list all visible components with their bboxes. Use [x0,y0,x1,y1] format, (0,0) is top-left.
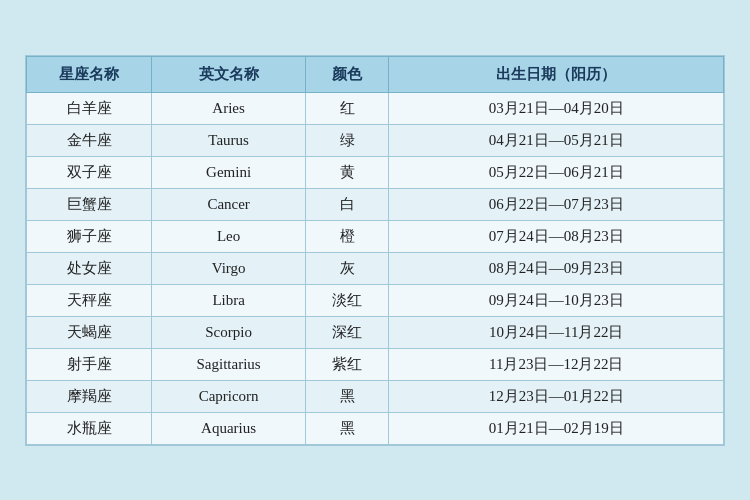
table-body: 白羊座Aries红03月21日—04月20日金牛座Taurus绿04月21日—0… [27,92,724,444]
cell-color: 红 [305,92,389,124]
cell-color: 橙 [305,220,389,252]
cell-chinese-name: 射手座 [27,348,152,380]
table-row: 双子座Gemini黄05月22日—06月21日 [27,156,724,188]
table-row: 金牛座Taurus绿04月21日—05月21日 [27,124,724,156]
cell-english-name: Gemini [152,156,305,188]
cell-color: 黑 [305,412,389,444]
table-row: 摩羯座Capricorn黑12月23日—01月22日 [27,380,724,412]
cell-chinese-name: 双子座 [27,156,152,188]
cell-date: 07月24日—08月23日 [389,220,724,252]
cell-english-name: Sagittarius [152,348,305,380]
cell-date: 03月21日—04月20日 [389,92,724,124]
cell-english-name: Taurus [152,124,305,156]
cell-english-name: Scorpio [152,316,305,348]
cell-english-name: Leo [152,220,305,252]
cell-english-name: Virgo [152,252,305,284]
zodiac-table: 星座名称 英文名称 颜色 出生日期（阳历） 白羊座Aries红03月21日—04… [26,56,724,445]
cell-date: 01月21日—02月19日 [389,412,724,444]
cell-english-name: Libra [152,284,305,316]
cell-color: 黑 [305,380,389,412]
cell-chinese-name: 处女座 [27,252,152,284]
cell-english-name: Aquarius [152,412,305,444]
table-row: 狮子座Leo橙07月24日—08月23日 [27,220,724,252]
cell-chinese-name: 白羊座 [27,92,152,124]
cell-chinese-name: 摩羯座 [27,380,152,412]
cell-chinese-name: 巨蟹座 [27,188,152,220]
cell-date: 06月22日—07月23日 [389,188,724,220]
cell-english-name: Cancer [152,188,305,220]
cell-chinese-name: 天秤座 [27,284,152,316]
table-row: 处女座Virgo灰08月24日—09月23日 [27,252,724,284]
cell-date: 10月24日—11月22日 [389,316,724,348]
table-row: 白羊座Aries红03月21日—04月20日 [27,92,724,124]
cell-color: 深红 [305,316,389,348]
cell-date: 12月23日—01月22日 [389,380,724,412]
cell-color: 白 [305,188,389,220]
cell-english-name: Aries [152,92,305,124]
cell-english-name: Capricorn [152,380,305,412]
table-row: 天秤座Libra淡红09月24日—10月23日 [27,284,724,316]
table-row: 巨蟹座Cancer白06月22日—07月23日 [27,188,724,220]
cell-color: 淡红 [305,284,389,316]
header-chinese-name: 星座名称 [27,56,152,92]
table-header-row: 星座名称 英文名称 颜色 出生日期（阳历） [27,56,724,92]
cell-date: 11月23日—12月22日 [389,348,724,380]
zodiac-table-container: 星座名称 英文名称 颜色 出生日期（阳历） 白羊座Aries红03月21日—04… [25,55,725,446]
cell-chinese-name: 水瓶座 [27,412,152,444]
table-row: 天蝎座Scorpio深红10月24日—11月22日 [27,316,724,348]
header-date: 出生日期（阳历） [389,56,724,92]
table-row: 射手座Sagittarius紫红11月23日—12月22日 [27,348,724,380]
header-color: 颜色 [305,56,389,92]
cell-color: 绿 [305,124,389,156]
cell-color: 紫红 [305,348,389,380]
cell-date: 05月22日—06月21日 [389,156,724,188]
cell-chinese-name: 狮子座 [27,220,152,252]
table-row: 水瓶座Aquarius黑01月21日—02月19日 [27,412,724,444]
cell-date: 04月21日—05月21日 [389,124,724,156]
cell-date: 08月24日—09月23日 [389,252,724,284]
cell-chinese-name: 天蝎座 [27,316,152,348]
header-english-name: 英文名称 [152,56,305,92]
cell-color: 黄 [305,156,389,188]
cell-chinese-name: 金牛座 [27,124,152,156]
cell-color: 灰 [305,252,389,284]
cell-date: 09月24日—10月23日 [389,284,724,316]
